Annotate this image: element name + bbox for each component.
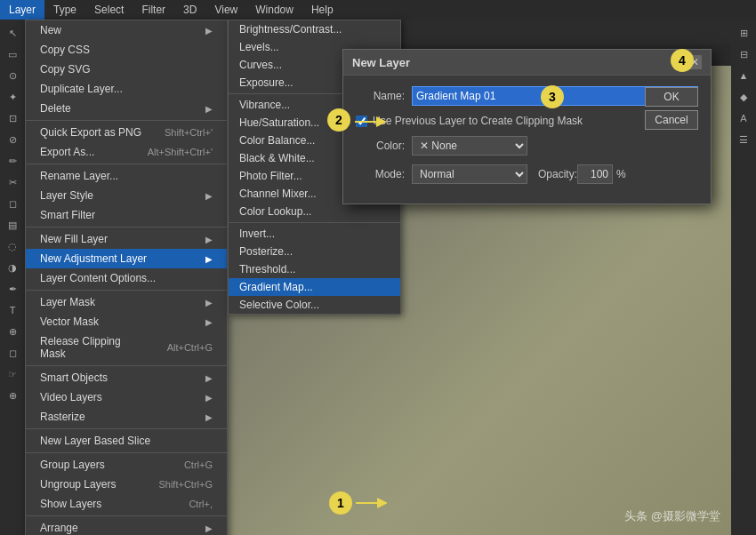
- color-row: Color: ✕ None Red Orange Yellow Green Bl…: [356, 136, 698, 156]
- mode-label: Mode:: [356, 168, 405, 180]
- annotation-arrow-2: [350, 113, 386, 133]
- button-group: OK Cancel: [645, 87, 698, 130]
- checkbox-label: Use Previous Layer to Create Clipping Ma…: [373, 115, 583, 127]
- dialog-overlay: New Layer ✕ Name: OK Cancel Use Previous…: [0, 0, 756, 535]
- new-layer-dialog: New Layer ✕ Name: OK Cancel Use Previous…: [342, 49, 712, 204]
- dialog-titlebar: New Layer ✕: [343, 50, 711, 76]
- opacity-unit: %: [616, 168, 626, 180]
- ok-button[interactable]: OK: [645, 87, 698, 107]
- mode-row: Mode: Normal Dissolve Multiply Screen Ov…: [356, 164, 698, 184]
- mode-select[interactable]: Normal Dissolve Multiply Screen Overlay: [412, 164, 527, 184]
- name-label: Name:: [356, 90, 405, 102]
- color-select[interactable]: ✕ None Red Orange Yellow Green Blue Viol…: [412, 136, 527, 156]
- opacity-label: Opacity:: [538, 168, 577, 180]
- annotation-4: 4: [671, 49, 694, 72]
- color-label: Color:: [356, 140, 405, 152]
- cancel-button[interactable]: Cancel: [645, 110, 698, 130]
- name-row: Name: OK Cancel: [356, 86, 698, 106]
- annotation-1: 1: [329, 491, 352, 515]
- watermark: 头条 @摄影微学堂: [624, 508, 720, 524]
- annotation-arrow-1: [351, 494, 387, 515]
- annotation-3: 3: [541, 85, 564, 108]
- dialog-body: Name: OK Cancel Use Previous Layer to Cr…: [343, 76, 711, 204]
- dialog-title: New Layer: [352, 56, 410, 69]
- opacity-input[interactable]: [577, 164, 613, 184]
- annotation-2: 2: [327, 108, 350, 132]
